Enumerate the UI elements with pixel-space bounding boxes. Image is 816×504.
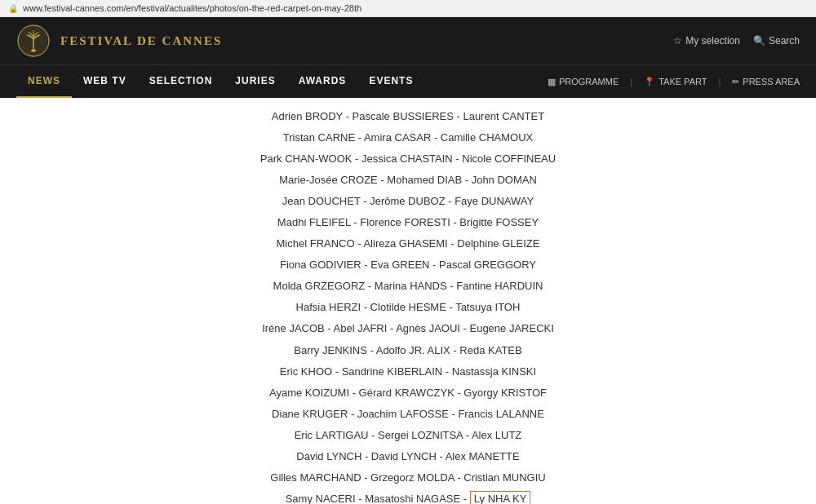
nav-right: ▦ PROGRAMME | 📍 TAKE PART | ✏ PRESS AREA: [548, 77, 800, 87]
nav-item-events[interactable]: EVENTS: [357, 65, 424, 98]
list-item: Jean DOUCHET - Jerôme DUBOZ - Faye DUNAW…: [98, 191, 718, 212]
list-item: David LYNCH - David LYNCH - Alex MANETTE: [98, 446, 718, 467]
main-nav: NEWS WEB TV SELECTION JURIES AWARDS EVEN…: [0, 64, 816, 98]
list-item: Iréne JACOB - Abel JAFRI - Agnès JAOUI -…: [98, 318, 718, 339]
cannes-logo: [16, 24, 51, 58]
nav-divider: |: [630, 77, 632, 86]
search-icon: 🔍: [753, 35, 765, 46]
list-item: Samy NACERI - Masatoshi NAGASE - Ly NHA …: [98, 489, 718, 504]
url-text: www.festival-cannes.com/en/festival/actu…: [23, 3, 361, 13]
nav-item-juries[interactable]: JURIES: [224, 65, 286, 98]
nav-left: NEWS WEB TV SELECTION JURIES AWARDS EVEN…: [16, 65, 424, 98]
list-item: Fiona GODIVIER - Eva GREEN - Pascal GREG…: [98, 254, 718, 276]
nav-item-news[interactable]: NEWS: [16, 65, 72, 98]
header-actions: ☆ My selection 🔍 Search: [673, 35, 800, 46]
list-item: Barry JENKINS - Adolfo JR. ALIX - Reda K…: [98, 340, 718, 361]
list-item: Ayame KOIZUMI - Gérard KRAWCZYK - Gyorgy…: [98, 382, 718, 404]
list-item: Diane KRUGER - Joachim LAFOSSE - Francis…: [98, 404, 718, 425]
names-list: Adrien BRODY - Pascale BUSSIERES - Laure…: [98, 106, 718, 504]
nav-item-selection[interactable]: SELECTION: [138, 65, 224, 98]
search-link[interactable]: 🔍 Search: [753, 35, 800, 46]
list-item: Molda GRZEGORZ - Marina HANDS - Fantine …: [98, 276, 718, 297]
pin-icon: 📍: [644, 77, 655, 87]
nav-pressarea-link[interactable]: ✏ PRESS AREA: [732, 77, 800, 87]
highlighted-name: Ly NHA KY: [470, 491, 531, 504]
nav-item-webtv[interactable]: WEB TV: [72, 65, 138, 98]
my-selection-link[interactable]: ☆ My selection: [673, 35, 740, 46]
list-item: Marie-Josée CROZE - Mohamed DIAB - John …: [98, 170, 718, 191]
list-item: Eric KHOO - Sandrine KIBERLAIN - Nastass…: [98, 361, 718, 382]
list-item: Hafsia HERZI - Clotilde HESME - Tatsuya …: [98, 297, 718, 318]
main-content: Adrien BRODY - Pascale BUSSIERES - Laure…: [98, 98, 718, 504]
list-item: Madhi FLEIFEL - Florence FORESTI - Brigi…: [98, 212, 718, 233]
selection-icon: ☆: [673, 35, 682, 46]
logo-area: FESTIVAL DE CANNES: [16, 24, 222, 58]
address-bar: 🔒 www.festival-cannes.com/en/festival/ac…: [0, 0, 816, 17]
edit-icon: ✏: [732, 77, 739, 87]
list-item: Tristan CARNE - Amira CASAR - Camille CH…: [98, 127, 718, 148]
list-item: Adrien BRODY - Pascale BUSSIERES - Laure…: [98, 106, 718, 127]
nav-divider2: |: [718, 77, 721, 86]
calendar-icon: ▦: [548, 77, 556, 87]
nav-item-awards[interactable]: AWARDS: [287, 65, 358, 98]
list-item: Park CHAN-WOOK - Jessica CHASTAIN - Nico…: [98, 148, 718, 170]
lock-icon: 🔒: [8, 4, 18, 13]
list-item: Gilles MARCHAND - Grzegorz MOLDA - Crist…: [98, 467, 718, 489]
site-header: FESTIVAL DE CANNES ☆ My selection 🔍 Sear…: [0, 17, 816, 64]
list-item: Michel FRANCO - Alireza GHASEMI - Delphi…: [98, 233, 718, 254]
nav-programme-link[interactable]: ▦ PROGRAMME: [548, 77, 619, 87]
list-item: Eric LARTIGAU - Sergei LOZNITSA - Alex L…: [98, 425, 718, 446]
svg-point-3: [31, 50, 36, 52]
site-title: FESTIVAL DE CANNES: [60, 34, 222, 48]
nav-takepart-link[interactable]: 📍 TAKE PART: [644, 77, 707, 87]
